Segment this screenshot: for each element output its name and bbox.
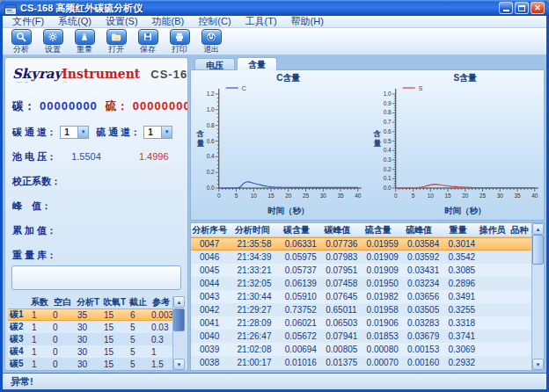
params-column-header-2[interactable]: 分析T xyxy=(75,296,101,309)
table-row[interactable]: 004121:28:090.060210.065030.019060.03283… xyxy=(191,316,531,330)
params-cell: 1.5 xyxy=(149,359,173,369)
menu-item-2[interactable]: 设置(S) xyxy=(99,16,145,27)
table-cell: 21:00:17 xyxy=(229,358,276,367)
table-row[interactable]: 004321:30:440.059100.076450.019820.03656… xyxy=(191,290,531,303)
scroll-down-icon[interactable]: ▼ xyxy=(173,359,185,370)
results-column-header-8[interactable]: 品种 xyxy=(508,224,531,236)
table-row[interactable]: 003921:02:080.006940.008050.000800.00153… xyxy=(191,343,531,356)
svg-text:25: 25 xyxy=(479,192,486,199)
results-column-header-3[interactable]: 碳峰值 xyxy=(317,224,357,236)
table-row[interactable]: 004021:26:470.056720.079410.018530.03679… xyxy=(191,330,531,343)
params-cell: 15 xyxy=(101,359,128,369)
params-row[interactable]: 碳410301551 xyxy=(8,345,185,358)
toolbar-button-4[interactable]: 保存 xyxy=(132,29,164,54)
table-cell: 0040 xyxy=(191,331,229,341)
cell-voltage-row: 池 电 压： 1.5504 1.4996 xyxy=(12,150,180,163)
toolbar-button-2[interactable]: 重量 xyxy=(69,29,100,54)
toolbar-button-1[interactable]: 设置 xyxy=(37,29,69,54)
table-cell: 0.00153 xyxy=(399,345,439,354)
svg-text:0.3: 0.3 xyxy=(383,156,391,163)
maximize-button[interactable] xyxy=(515,2,529,14)
table-cell: 0.01906 xyxy=(358,318,399,328)
tab-0[interactable]: 电压 xyxy=(194,58,235,70)
close-button[interactable]: ✕ xyxy=(531,2,545,14)
menu-item-4[interactable]: 控制(C) xyxy=(191,16,238,27)
scroll-down-icon[interactable]: ▼ xyxy=(532,359,544,370)
params-column-header-3[interactable]: 吹氧T xyxy=(101,296,128,309)
scroll-track[interactable] xyxy=(532,235,544,359)
params-row[interactable]: 碳310301550.3 xyxy=(8,333,185,345)
analyze-icon xyxy=(11,29,32,45)
tab-1[interactable]: 含量 xyxy=(237,57,277,70)
minimize-button[interactable] xyxy=(499,2,513,14)
scroll-up-icon[interactable]: ▲ xyxy=(532,223,544,235)
close-icon: ✕ xyxy=(534,3,541,13)
params-scrollbar[interactable]: ▲▼ xyxy=(172,296,185,370)
left-panel: SkyrayInstrumentCS-168 SkyrayInstrumentC… xyxy=(4,57,188,371)
table-row[interactable]: 004221:29:270.737520.650110.019580.03505… xyxy=(191,303,531,316)
results-table-body: 分析序号分析时间碳含量碳峰值硫含量硫峰值重量操作员品种004721:35:580… xyxy=(191,223,531,370)
table-cell: 0.06021 xyxy=(276,318,317,328)
table-row[interactable]: 004721:35:580.063310.077360.019590.03584… xyxy=(191,237,531,250)
results-column-header-4[interactable]: 硫含量 xyxy=(358,224,399,236)
svg-text:0: 0 xyxy=(393,192,397,199)
scroll-track[interactable] xyxy=(173,308,185,359)
params-row[interactable]: 碳110351560.003 xyxy=(8,309,185,321)
params-cell: 1 xyxy=(29,310,50,320)
params-column-header-5[interactable]: 参考 xyxy=(149,296,173,309)
params-cell: 30 xyxy=(75,335,101,345)
right-panel: 电压含量 C含量C05101520253035400.00.20.40.60.8… xyxy=(190,57,545,371)
params-cell: 0.03 xyxy=(149,323,173,332)
params-cell: 1 xyxy=(29,323,50,332)
toolbar-button-3[interactable]: 打开 xyxy=(100,29,132,54)
results-column-header-6[interactable]: 重量 xyxy=(439,224,477,236)
menu-item-5[interactable]: 工具(T) xyxy=(238,16,284,27)
params-row[interactable]: 碳210301550.03 xyxy=(8,321,185,333)
cell-voltage-sulfur: 1.4996 xyxy=(139,151,169,162)
table-row[interactable]: 004521:33:210.057370.079510.019090.03431… xyxy=(191,264,531,277)
results-column-header-5[interactable]: 硫峰值 xyxy=(399,224,439,236)
chart-panel: C含量C05101520253035400.00.20.40.60.81.01.… xyxy=(190,69,545,221)
results-column-header-1[interactable]: 分析时间 xyxy=(229,224,276,236)
save-icon xyxy=(138,29,158,45)
results-column-header-7[interactable]: 操作员 xyxy=(477,224,508,236)
table-row[interactable]: 004421:32:050.061390.074580.019500.03234… xyxy=(191,277,531,290)
minimize-icon xyxy=(503,10,509,11)
svg-text:15: 15 xyxy=(444,192,451,199)
params-column-header-1[interactable]: 空白 xyxy=(50,296,75,309)
menu-item-0[interactable]: 文件(F) xyxy=(5,16,51,27)
carbon-channel-select[interactable]: 1 ▼ xyxy=(60,126,89,139)
menu-item-1[interactable]: 系统(Q) xyxy=(51,16,99,27)
params-column-header-4[interactable]: 截止 xyxy=(128,296,149,309)
params-column-header-0[interactable]: 系数 xyxy=(29,296,50,309)
svg-text:0.0: 0.0 xyxy=(383,185,391,191)
table-cell: 0.05975 xyxy=(276,252,317,262)
toolbar-button-5[interactable]: 打印 xyxy=(164,29,195,54)
params-table: 系数空白分析T吹氧T截止参考碳110351560.003碳210301550.0… xyxy=(8,296,185,370)
results-scrollbar[interactable]: ▲▼ xyxy=(531,223,544,370)
toolbar-button-6[interactable]: 退出 xyxy=(195,29,227,54)
scroll-up-icon[interactable]: ▲ xyxy=(173,296,185,308)
weight-library-listbox[interactable] xyxy=(11,265,181,290)
menu-item-3[interactable]: 功能(B) xyxy=(145,16,192,27)
menu-item-6[interactable]: 帮助(H) xyxy=(284,16,331,27)
toolbar: 分析 设置 重量 打开 保存 打印 退出 xyxy=(3,28,546,55)
table-cell: 0.01853 xyxy=(358,331,399,341)
results-column-header-0[interactable]: 分析序号 xyxy=(191,224,229,236)
params-cell: 1 xyxy=(29,335,50,345)
sulfur-channel-select[interactable]: 1 ▼ xyxy=(143,126,172,139)
scroll-thumb[interactable] xyxy=(532,235,544,265)
toolbar-button-0[interactable]: 分析 xyxy=(5,29,37,54)
app-window: CS-168 高频红外碳硫分析仪 ✕ 文件(F)系统(Q)设置(S)功能(B)控… xyxy=(0,0,549,392)
params-cell: 5 xyxy=(128,335,149,345)
chevron-down-icon[interactable]: ▼ xyxy=(161,127,172,138)
scroll-thumb[interactable] xyxy=(173,309,185,331)
table-cell: 0.06331 xyxy=(276,239,317,249)
params-row[interactable]: 碳510301551.5 xyxy=(8,358,185,370)
results-column-header-2[interactable]: 碳含量 xyxy=(276,224,317,236)
table-row[interactable]: 004621:34:390.059750.079830.019090.03592… xyxy=(191,250,531,264)
chevron-down-icon[interactable]: ▼ xyxy=(77,127,88,138)
table-row[interactable]: 003821:00:170.010160.013750.000700.00160… xyxy=(191,356,531,369)
params-cell: 1 xyxy=(29,347,50,357)
table-cell: 0.03592 xyxy=(399,252,439,262)
